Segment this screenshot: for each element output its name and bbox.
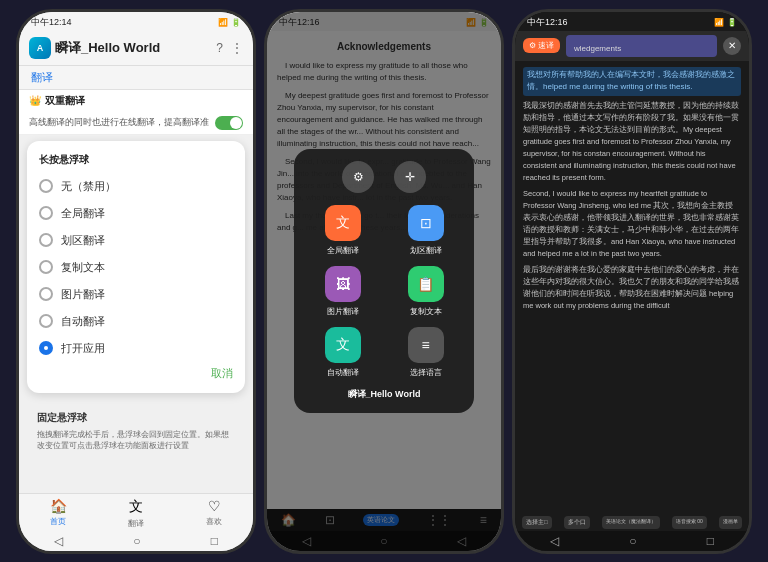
fixed-ball-section: 固定悬浮球 拖拽翻译完成松手后，悬浮球会回到固定位置。如果想改变位置可点击悬浮球… <box>27 405 245 457</box>
p3-sys-recent[interactable]: □ <box>707 534 714 548</box>
phone3-header: ⚙ 速译 wledgements ✕ <box>515 31 749 61</box>
nav-label-like: 喜欢 <box>206 516 222 527</box>
float-grid-image[interactable]: 🖼 图片翻译 <box>306 266 379 317</box>
phone3-time: 中午12:16 <box>527 16 568 29</box>
radio-6[interactable] <box>39 341 53 355</box>
cancel-button[interactable]: 取消 <box>27 362 245 385</box>
menu-item-3[interactable]: 复制文本 <box>27 254 245 281</box>
phone1-system-nav: ◁ ○ □ <box>19 531 253 551</box>
copy-text-label: 复制文本 <box>410 306 442 317</box>
radio-5[interactable] <box>39 314 53 328</box>
nav-item-like[interactable]: ♡ 喜欢 <box>175 498 253 529</box>
p3-sys-home[interactable]: ○ <box>629 534 636 548</box>
app-icon: A <box>29 37 51 59</box>
menu-item-1[interactable]: 全局翻译 <box>27 200 245 227</box>
phone3-toolbar: 选择主□ 多个口 美语论文（魔法翻译） 语音搜索 00 漫画单 <box>515 514 749 531</box>
phone1-battery: 🔋 <box>231 18 241 27</box>
image-translate-icon: 🖼 <box>325 266 361 302</box>
float-overlay: ⚙ ✛ 文 全局翻译 ⊡ 划区翻译 🖼 <box>267 12 501 551</box>
phone-3: 中午12:16 📶 🔋 ⚙ 速译 wledgements ✕ <box>512 9 752 554</box>
phone2-screen: 中午12:16 📶 🔋 Acknowledgements I would lik… <box>267 12 501 551</box>
phone1-screen: 中午12:14 📶 🔋 A 瞬译_Hello World ? ⋮ <box>19 12 253 551</box>
menu-label-6: 打开应用 <box>61 341 105 356</box>
nav-label-home: 首页 <box>50 516 66 527</box>
toggle-switch[interactable] <box>215 116 243 130</box>
help-icon[interactable]: ? <box>216 41 223 55</box>
tool-btn-1[interactable]: 多个口 <box>564 516 590 529</box>
menu-label-4: 图片翻译 <box>61 287 105 302</box>
radio-0[interactable] <box>39 179 53 193</box>
p3-sys-back[interactable]: ◁ <box>550 534 559 548</box>
phone1-bottom-nav: 🏠 首页 文 翻译 ♡ 喜欢 <box>19 493 253 531</box>
menu-item-5[interactable]: 自动翻译 <box>27 308 245 335</box>
phone1-signal: 📶 <box>218 18 228 27</box>
float-grid-translate-all[interactable]: 文 全局翻译 <box>306 205 379 256</box>
phone1-status-bar: 中午12:14 📶 🔋 <box>19 12 253 31</box>
phone-1: 中午12:14 📶 🔋 A 瞬译_Hello World ? ⋮ <box>16 9 256 554</box>
select-lang-icon: ≡ <box>408 327 444 363</box>
phone-2: 中午12:16 📶 🔋 Acknowledgements I would lik… <box>264 9 504 554</box>
menu-item-6[interactable]: 打开应用 <box>27 335 245 362</box>
add-float-icon[interactable]: ✛ <box>394 161 426 193</box>
float-app-title: 瞬译_Hello World <box>306 388 462 401</box>
phone3-battery: 🔋 <box>727 18 737 27</box>
radio-3[interactable] <box>39 260 53 274</box>
radio-1[interactable] <box>39 206 53 220</box>
float-grid-copy[interactable]: 📋 复制文本 <box>389 266 462 317</box>
translate-label[interactable]: 翻译 <box>31 70 53 85</box>
phone3-screen: 中午12:16 📶 🔋 ⚙ 速译 wledgements ✕ <box>515 12 749 551</box>
settings-float-icon[interactable]: ⚙ <box>342 161 374 193</box>
menu-item-0[interactable]: 无（禁用） <box>27 173 245 200</box>
menu-item-2[interactable]: 划区翻译 <box>27 227 245 254</box>
tool-btn-3[interactable]: 语音搜索 00 <box>672 516 707 529</box>
phone1-header: A 瞬译_Hello World ? ⋮ <box>19 31 253 66</box>
area-translate-icon: ⊡ <box>408 205 444 241</box>
radio-4[interactable] <box>39 287 53 301</box>
home-icon: 🏠 <box>50 498 67 514</box>
phone3-system-nav: ◁ ○ □ <box>515 531 749 551</box>
float-grid-lang[interactable]: ≡ 选择语言 <box>389 327 462 378</box>
float-grid-area[interactable]: ⊡ 划区翻译 <box>389 205 462 256</box>
float-grid-auto[interactable]: 文 自动翻译 <box>306 327 379 378</box>
sys-back-icon[interactable]: ◁ <box>54 534 63 548</box>
sys-home-icon[interactable]: ○ <box>133 534 140 548</box>
cn-para-1: 我最深切的感谢首先去我的主管闫延慧教授，因为他的持续鼓励和指导，他通过本文写作的… <box>523 100 741 184</box>
phone1-status-icons: 📶 🔋 <box>218 18 241 27</box>
float-top-icons: ⚙ ✛ <box>306 161 462 193</box>
nav-label-translate: 翻译 <box>128 518 144 529</box>
cn-para-0: 我想对所有帮助我的人在编写本文时，我会感谢我的感激之情。helped me du… <box>523 67 741 97</box>
floating-menu: 长按悬浮球 无（禁用） 全局翻译 划区翻译 复制文本 <box>27 141 245 393</box>
translate-icon: 文 <box>129 498 143 516</box>
phone3-signal: 📶 <box>714 18 724 27</box>
tool-btn-2[interactable]: 美语论文（魔法翻译） <box>602 516 660 529</box>
fixed-ball-desc: 拖拽翻译完成松手后，悬浮球会回到固定位置。如果想改变位置可点击悬浮球在功能面板进… <box>37 429 235 451</box>
menu-item-4[interactable]: 图片翻译 <box>27 281 245 308</box>
crown-icon: 👑 <box>29 95 41 106</box>
toggle-text: 高线翻译的同时也进行在线翻译，提高翻译准 <box>29 116 215 129</box>
menu-label-5: 自动翻译 <box>61 314 105 329</box>
p3-settings-button[interactable]: ⚙ 速译 <box>523 38 560 53</box>
cn-para-3: 最后我的谢谢将在我心爱的家庭中去他们的爱心的考虑，并在这些年内对我的很大信心。我… <box>523 264 741 312</box>
p3-close-button[interactable]: ✕ <box>723 37 741 55</box>
phone1-time: 中午12:14 <box>31 16 72 29</box>
tool-btn-0[interactable]: 选择主□ <box>522 516 552 529</box>
select-lang-label: 选择语言 <box>410 367 442 378</box>
nav-item-home[interactable]: 🏠 首页 <box>19 498 97 529</box>
more-icon[interactable]: ⋮ <box>231 41 243 55</box>
area-translate-label: 划区翻译 <box>410 245 442 256</box>
menu-label-2: 划区翻译 <box>61 233 105 248</box>
fixed-ball-title: 固定悬浮球 <box>37 411 235 425</box>
sys-recent-icon[interactable]: □ <box>211 534 218 548</box>
phone3-status-bar: 中午12:16 📶 🔋 <box>515 12 749 31</box>
menu-label-1: 全局翻译 <box>61 206 105 221</box>
menu-label-0: 无（禁用） <box>61 179 116 194</box>
translate-all-label: 全局翻译 <box>327 245 359 256</box>
image-translate-label: 图片翻译 <box>327 306 359 317</box>
tool-btn-4[interactable]: 漫画单 <box>719 516 742 529</box>
nav-item-translate[interactable]: 文 翻译 <box>97 498 175 529</box>
radio-2[interactable] <box>39 233 53 247</box>
dual-translate-label: 双重翻译 <box>45 94 85 108</box>
phone3-chinese-text: 我想对所有帮助我的人在编写本文时，我会感谢我的感激之情。helped me du… <box>515 61 749 514</box>
phone1-nav: 翻译 <box>19 66 253 90</box>
dual-translate-row: 👑 双重翻译 <box>19 90 253 112</box>
